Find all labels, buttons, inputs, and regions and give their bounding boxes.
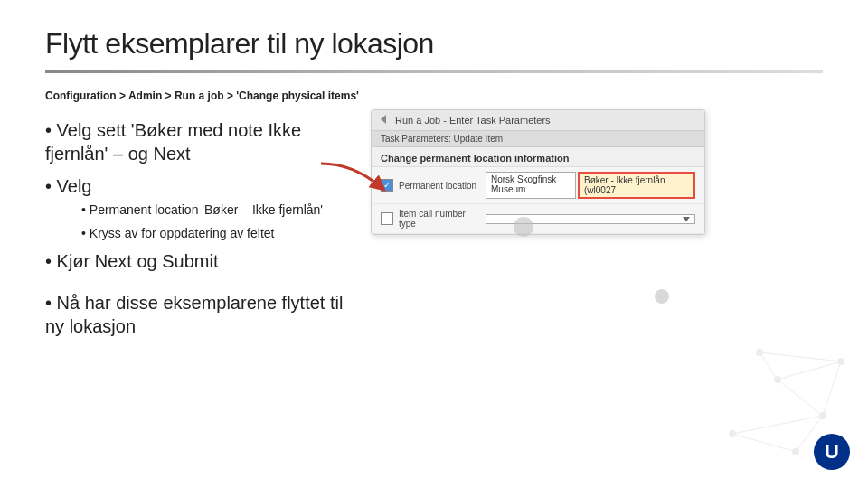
arrow-decoration <box>316 159 389 204</box>
modal-nav-label: Run a Job - Enter Task Parameters <box>395 115 551 126</box>
bottom-section: Nå har disse eksemplarene flyttet til ny… <box>45 291 353 338</box>
modal-section-title: Change permanent location information <box>372 147 704 167</box>
chevron-left-icon <box>381 115 390 126</box>
svg-line-12 <box>823 361 841 416</box>
checkbox-call-number[interactable] <box>381 212 393 225</box>
svg-line-8 <box>732 434 796 452</box>
bullet-1: Velg sett 'Bøker med note Ikke fjernlån'… <box>45 118 353 165</box>
field-label-callnum: Item call number type <box>399 209 480 229</box>
field-value-group-1: Norsk Skogfinsk Museum Bøker - Ikke fjer… <box>486 172 695 199</box>
sub-bullets: Permanent location 'Bøker – Ikke fjernlå… <box>60 202 353 242</box>
slide: Flytt eksemplarer til ny lokasjon Config… <box>0 0 868 488</box>
slide-title: Flytt eksemplarer til ny lokasjon <box>45 27 823 61</box>
bullet-3: Kjør Next og Submit <box>45 249 353 273</box>
u-logo: U <box>814 434 850 470</box>
svg-line-10 <box>760 352 778 380</box>
bullet-2: Velg <box>45 174 353 198</box>
decorative-circle-2 <box>655 289 669 304</box>
table-row: ✓ Permanent location Norsk Skogfinsk Mus… <box>372 167 704 204</box>
svg-line-13 <box>760 352 841 361</box>
text-column: Velg sett 'Bøker med note Ikke fjernlån'… <box>45 118 353 347</box>
field-value-location[interactable]: Bøker - Ikke fjernlån (wl0027 <box>578 172 695 199</box>
field-value-institution[interactable]: Norsk Skogfinsk Museum <box>486 172 576 199</box>
modal-box: Run a Job - Enter Task Parameters Task P… <box>371 109 705 235</box>
decorative-circle-1 <box>514 217 533 237</box>
breadcrumb: Configuration > Admin > Run a job > 'Cha… <box>45 89 823 102</box>
divider <box>45 70 823 73</box>
svg-line-11 <box>778 361 841 380</box>
svg-line-6 <box>778 380 823 416</box>
field-label-permanent: Permanent location <box>399 181 480 191</box>
svg-line-9 <box>732 416 823 434</box>
modal-subheader: Task Parameters: Update Item <box>372 131 704 147</box>
sub-bullet-1: Permanent location 'Bøker – Ikke fjernlå… <box>81 202 353 220</box>
sub-bullet-2: Kryss av for oppdatering av feltet <box>81 225 353 243</box>
dropdown-arrow-icon <box>683 217 690 221</box>
modal-header: Run a Job - Enter Task Parameters <box>372 110 704 131</box>
bottom-bullet: Nå har disse eksemplarene flyttet til ny… <box>45 291 353 338</box>
table-row: Item call number type <box>372 204 704 234</box>
